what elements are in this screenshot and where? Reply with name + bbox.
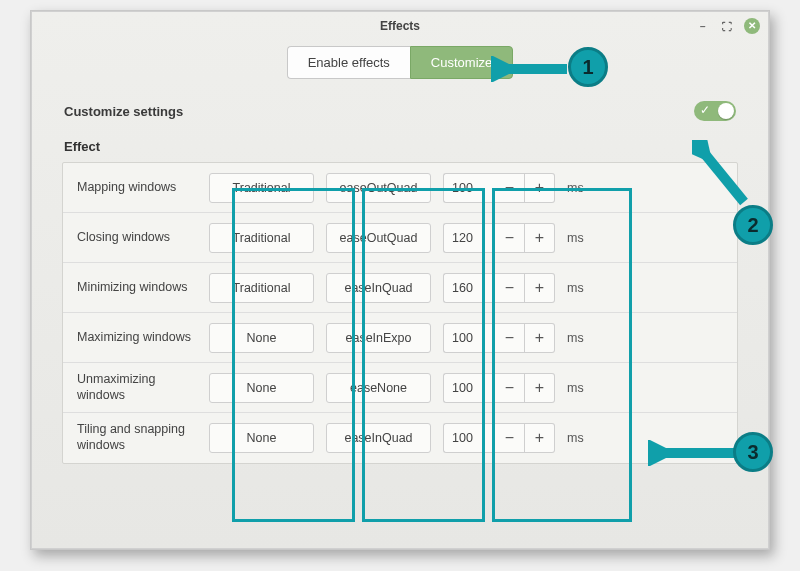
style-select[interactable]: Traditional — [209, 273, 314, 303]
effects-grid: Mapping windowsTraditionaleaseOutQuad100… — [62, 162, 738, 464]
effect-name: Mapping windows — [77, 180, 197, 196]
table-row: Tiling and snapping windowsNoneeaseInQua… — [63, 413, 737, 463]
duration-value[interactable]: 100 — [443, 423, 495, 453]
increment-button[interactable]: + — [525, 373, 555, 403]
easing-select[interactable]: easeInQuad — [326, 273, 431, 303]
svg-line-1 — [700, 148, 744, 202]
unit-label: ms — [567, 331, 591, 345]
duration-spinner: 100−+ — [443, 173, 555, 203]
effects-window: Effects − ⛶ ✕ Enable effects Customize C… — [31, 11, 769, 549]
table-row: Closing windowsTraditionaleaseOutQuad120… — [63, 213, 737, 263]
annotation-arrow-3 — [648, 440, 738, 466]
easing-select[interactable]: easeInQuad — [326, 423, 431, 453]
duration-value[interactable]: 120 — [443, 223, 495, 253]
minimize-button[interactable]: − — [696, 19, 710, 33]
duration-spinner: 120−+ — [443, 223, 555, 253]
style-select[interactable]: None — [209, 373, 314, 403]
easing-select[interactable]: easeOutQuad — [326, 223, 431, 253]
duration-spinner: 160−+ — [443, 273, 555, 303]
decrement-button[interactable]: − — [495, 373, 525, 403]
customize-settings-label: Customize settings — [64, 104, 183, 119]
annotation-arrow-1 — [491, 56, 571, 82]
effect-name: Tiling and snapping windows — [77, 422, 197, 453]
decrement-button[interactable]: − — [495, 323, 525, 353]
style-select[interactable]: None — [209, 323, 314, 353]
tabs: Enable effects Customize — [32, 40, 768, 89]
decrement-button[interactable]: − — [495, 423, 525, 453]
effect-name: Closing windows — [77, 230, 197, 246]
tab-enable-effects[interactable]: Enable effects — [287, 46, 410, 79]
annotation-badge-1: 1 — [568, 47, 608, 87]
maximize-button[interactable]: ⛶ — [720, 19, 734, 33]
unit-label: ms — [567, 431, 591, 445]
decrement-button[interactable]: − — [495, 273, 525, 303]
duration-spinner: 100−+ — [443, 323, 555, 353]
annotation-badge-3: 3 — [733, 432, 773, 472]
table-row: Unmaximizing windowsNoneeaseNone100−+ms — [63, 363, 737, 413]
duration-spinner: 100−+ — [443, 423, 555, 453]
increment-button[interactable]: + — [525, 323, 555, 353]
annotation-arrow-2 — [692, 140, 752, 210]
window-title: Effects — [380, 19, 420, 33]
style-select[interactable]: None — [209, 423, 314, 453]
titlebar: Effects − ⛶ ✕ — [32, 12, 768, 40]
customize-toggle[interactable]: ✓ — [694, 101, 736, 121]
toggle-knob — [718, 103, 734, 119]
effect-name: Unmaximizing windows — [77, 372, 197, 403]
table-row: Maximizing windowsNoneeaseInExpo100−+ms — [63, 313, 737, 363]
unit-label: ms — [567, 281, 591, 295]
increment-button[interactable]: + — [525, 273, 555, 303]
table-row: Minimizing windowsTraditionaleaseInQuad1… — [63, 263, 737, 313]
annotation-badge-2: 2 — [733, 205, 773, 245]
duration-value[interactable]: 100 — [443, 373, 495, 403]
close-button[interactable]: ✕ — [744, 18, 760, 34]
check-icon: ✓ — [700, 103, 710, 117]
unit-label: ms — [567, 231, 591, 245]
style-select[interactable]: Traditional — [209, 223, 314, 253]
duration-value[interactable]: 160 — [443, 273, 495, 303]
unit-label: ms — [567, 181, 591, 195]
style-select[interactable]: Traditional — [209, 173, 314, 203]
duration-value[interactable]: 100 — [443, 173, 495, 203]
table-row: Mapping windowsTraditionaleaseOutQuad100… — [63, 163, 737, 213]
increment-button[interactable]: + — [525, 223, 555, 253]
duration-value[interactable]: 100 — [443, 323, 495, 353]
decrement-button[interactable]: − — [495, 223, 525, 253]
decrement-button[interactable]: − — [495, 173, 525, 203]
effect-name: Maximizing windows — [77, 330, 197, 346]
duration-spinner: 100−+ — [443, 373, 555, 403]
effect-name: Minimizing windows — [77, 280, 197, 296]
increment-button[interactable]: + — [525, 423, 555, 453]
easing-select[interactable]: easeInExpo — [326, 323, 431, 353]
increment-button[interactable]: + — [525, 173, 555, 203]
unit-label: ms — [567, 381, 591, 395]
easing-select[interactable]: easeOutQuad — [326, 173, 431, 203]
easing-select[interactable]: easeNone — [326, 373, 431, 403]
effect-section-header: Effect — [64, 139, 738, 154]
